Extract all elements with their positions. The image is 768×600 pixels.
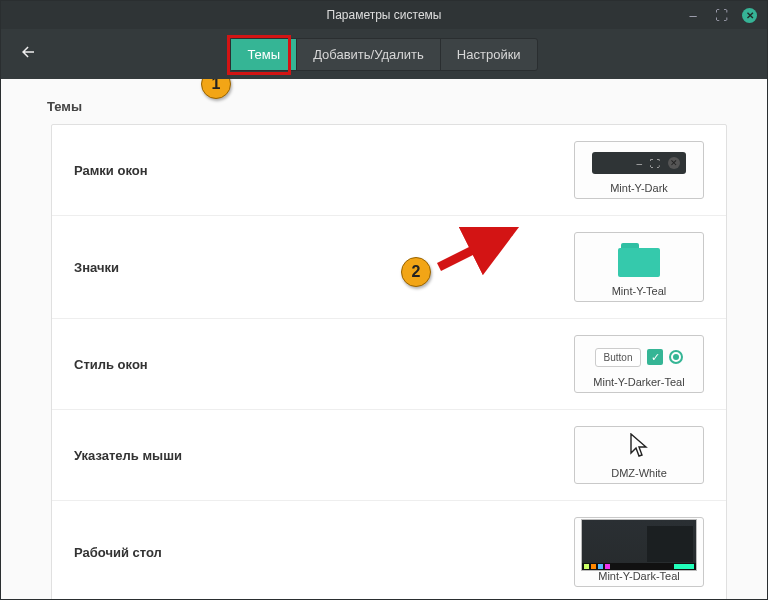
toolbar: Темы Добавить/Удалить Настройки xyxy=(1,29,767,79)
radio-icon xyxy=(669,350,683,364)
row-controls: Стиль окон Button ✓ Mint-Y-Darker-Teal xyxy=(52,319,726,410)
close-button[interactable]: ✕ xyxy=(742,8,757,23)
picker-controls[interactable]: Button ✓ Mint-Y-Darker-Teal xyxy=(574,335,704,393)
annotation-callout-1: 1 xyxy=(201,79,231,99)
picker-icons[interactable]: Mint-Y-Teal xyxy=(574,232,704,302)
checkbox-icon: ✓ xyxy=(647,349,663,365)
tab-bar: Темы Добавить/Удалить Настройки xyxy=(230,38,537,71)
settings-window: Параметры системы – ⛶ ✕ Темы Добавить/Уд… xyxy=(0,0,768,600)
row-label-window-borders: Рамки окон xyxy=(74,163,148,178)
maximize-icon: ⛶ xyxy=(650,158,660,169)
window-controls: – ⛶ ✕ xyxy=(686,1,757,29)
titlebar: Параметры системы – ⛶ ✕ xyxy=(1,1,767,29)
row-mouse-pointer: Указатель мыши DMZ-White xyxy=(52,410,726,501)
content-area: 1 Темы Рамки окон –⛶✕ Mint-Y-Dark Значки xyxy=(1,79,767,599)
picker-value-window-borders: Mint-Y-Dark xyxy=(610,182,668,194)
minimize-button[interactable]: – xyxy=(686,8,700,22)
maximize-button[interactable]: ⛶ xyxy=(714,8,728,22)
window-title: Параметры системы xyxy=(327,8,442,22)
preview-controls: Button ✓ xyxy=(581,342,697,372)
tab-themes[interactable]: Темы xyxy=(231,39,297,70)
themes-panel: Рамки окон –⛶✕ Mint-Y-Dark Значки Mint-Y… xyxy=(51,124,727,599)
row-label-desktop: Рабочий стол xyxy=(74,545,162,560)
row-desktop: Рабочий стол Mint-Y-Dark-Teal xyxy=(52,501,726,599)
row-label-icons: Значки xyxy=(74,260,119,275)
picker-value-mouse-pointer: DMZ-White xyxy=(611,467,667,479)
close-icon: ✕ xyxy=(668,157,680,169)
minimize-icon: – xyxy=(636,158,642,169)
tab-add-remove[interactable]: Добавить/Удалить xyxy=(297,39,441,70)
tab-settings[interactable]: Настройки xyxy=(441,39,537,70)
folder-icon xyxy=(618,243,660,277)
picker-mouse-pointer[interactable]: DMZ-White xyxy=(574,426,704,484)
picker-window-borders[interactable]: –⛶✕ Mint-Y-Dark xyxy=(574,141,704,199)
desktop-thumbnail xyxy=(581,519,697,571)
preview-mouse-pointer xyxy=(581,433,697,463)
row-label-controls: Стиль окон xyxy=(74,357,148,372)
back-button[interactable] xyxy=(19,43,37,66)
row-label-mouse-pointer: Указатель мыши xyxy=(74,448,182,463)
row-window-borders: Рамки окон –⛶✕ Mint-Y-Dark xyxy=(52,125,726,216)
section-title: Темы xyxy=(47,99,727,114)
button-sample: Button xyxy=(595,348,642,367)
preview-window-borders: –⛶✕ xyxy=(581,148,697,178)
row-icons: Значки Mint-Y-Teal xyxy=(52,216,726,319)
picker-value-desktop: Mint-Y-Dark-Teal xyxy=(598,570,680,582)
arrow-left-icon xyxy=(19,43,37,61)
cursor-icon xyxy=(629,433,649,463)
picker-value-icons: Mint-Y-Teal xyxy=(612,285,667,297)
preview-icons xyxy=(581,239,697,281)
picker-desktop[interactable]: Mint-Y-Dark-Teal xyxy=(574,517,704,587)
picker-value-controls: Mint-Y-Darker-Teal xyxy=(593,376,684,388)
preview-desktop xyxy=(581,524,697,566)
